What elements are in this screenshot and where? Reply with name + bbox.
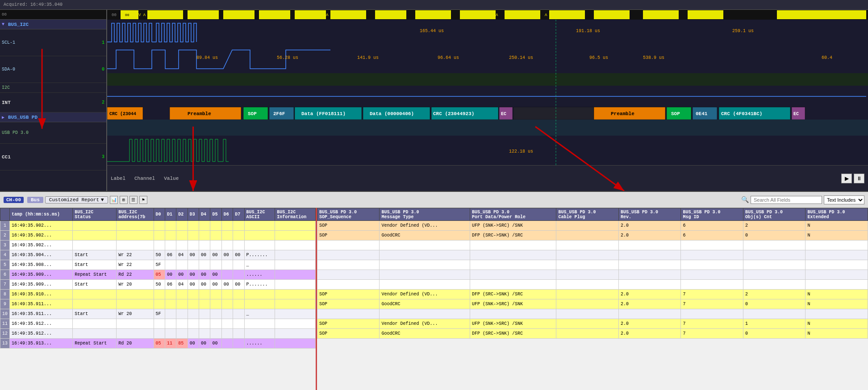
- i2c-table-row[interactable]: 516:49:35.908...StartWr 225F_: [0, 260, 316, 270]
- usbpd-table-row[interactable]: SOPVendor Defined (VD...UFP (SNK->SRC) /…: [317, 319, 868, 329]
- i2c-cell-7: [188, 241, 199, 250]
- i2c-cell-4: 5F: [154, 309, 165, 319]
- i2c-table-row[interactable]: 816:49:35.910...: [0, 290, 316, 299]
- cc1-value: 3: [102, 154, 104, 159]
- i2c-cell-7: [188, 309, 199, 319]
- i2c-cell-3: [117, 319, 154, 329]
- usbpd-cell-5: 7: [681, 290, 743, 299]
- svg-rect-23: [121, 10, 138, 19]
- i2c-cell-6: [176, 260, 188, 270]
- search-input[interactable]: [751, 196, 822, 204]
- row-number-cell: 10: [0, 309, 10, 319]
- i2c-cell-2: Start: [73, 280, 117, 290]
- col-rev: BUS_USB PD 3.0Rev.: [618, 208, 680, 221]
- play-button[interactable]: ▶: [841, 174, 852, 183]
- usbpd-cell-0: SOP: [317, 221, 380, 231]
- sda-value: 0: [102, 67, 104, 72]
- usbpd-table-row[interactable]: SOPGoodCRCDFP (SRC->SNK) /SRC2.070N: [317, 329, 868, 339]
- i2c-table-row[interactable]: 416:49:35.904...StartWr 2250060400000000…: [0, 250, 316, 260]
- i2c-table-row[interactable]: 1116:49:35.912...: [0, 319, 316, 329]
- i2c-cell-10: [221, 329, 233, 339]
- table-icon-button[interactable]: ⊞: [120, 196, 128, 204]
- sda-channel: SDA-0 0: [0, 56, 106, 83]
- i2c-cell-11: [233, 231, 244, 241]
- i2c-cell-8: [199, 319, 210, 329]
- svg-text:00: 00: [112, 13, 117, 17]
- i2c-table-row[interactable]: 116:49:35.902...: [0, 221, 316, 231]
- collapse-icon[interactable]: ▼: [2, 22, 4, 27]
- usbpd-cell-2: [470, 241, 556, 250]
- usbpd-cell-1: [380, 260, 470, 270]
- svg-rect-29: [295, 10, 326, 19]
- i2c-cell-8: 00: [199, 250, 210, 260]
- svg-text:250.14 us: 250.14 us: [509, 55, 533, 60]
- svg-rect-40: [107, 20, 868, 46]
- usbpd-cell-2: [470, 260, 556, 270]
- usbpd-cell-0: [317, 280, 380, 290]
- i2c-table-row[interactable]: 216:49:35.902...: [0, 231, 316, 241]
- usbpd-cell-4: 2.0: [618, 290, 680, 299]
- i2c-cell-9: 00: [210, 250, 221, 260]
- i2c-table-row[interactable]: 1316:49:35.913...Repeat StartRd 20051185…: [0, 339, 316, 349]
- col-timestamp: tamp (hh:mm:ss.ms): [10, 208, 73, 221]
- acquisition-time: Acquired: 16:49:35.040: [4, 2, 63, 7]
- i2c-cell-8: 00: [199, 280, 210, 290]
- usbpd-cell-1: GoodCRC: [380, 299, 470, 309]
- i2c-table-row[interactable]: 616:49:35.909...Repeat StartRd 220500000…: [0, 270, 316, 280]
- i2c-cell-1: 16:49:35.909...: [10, 280, 73, 290]
- i2c-table-row[interactable]: 716:49:35.909...StartWr 2050060400000000…: [0, 280, 316, 290]
- usbpd-cell-3: [556, 309, 618, 319]
- i2c-cell-3: [117, 241, 154, 250]
- usbpd-table-row[interactable]: SOPVendor Defined (VD...UFP (SNK->SRC) /…: [317, 221, 868, 231]
- usbpd-table-row[interactable]: [317, 241, 868, 250]
- i2c-table-row[interactable]: 1016:49:35.911...StartWr 205F_: [0, 309, 316, 319]
- usbpd-cell-2: [470, 309, 556, 319]
- i2c-cell-13: [275, 280, 316, 290]
- i2c-cell-6: [176, 290, 188, 299]
- bus-i2c-label: BUS_I2C: [8, 22, 29, 27]
- usbpd-table-row[interactable]: [317, 250, 868, 260]
- svg-rect-25: [147, 10, 183, 19]
- i2c-cell-9: 00: [210, 270, 221, 280]
- bar-chart-button[interactable]: 📊: [110, 196, 118, 204]
- usbpd-cell-5: [681, 309, 743, 319]
- i2c-cell-1: 16:49:35.902...: [10, 221, 73, 231]
- usbpd-table-row[interactable]: [317, 280, 868, 290]
- col-i2c-status: BUS_I2CStatus: [73, 208, 117, 221]
- flag-icon-button[interactable]: ⚑: [139, 196, 147, 204]
- search-type-select[interactable]: Text Includes: [824, 195, 864, 204]
- usbpd-cell-6: [743, 270, 805, 280]
- i2c-table-row[interactable]: 316:49:35.902...: [0, 241, 316, 250]
- i2c-cell-8: 00: [199, 339, 210, 349]
- svg-text:0E41: 0E41: [696, 111, 708, 116]
- i2c-cell-11: [233, 290, 244, 299]
- usbpd-table-row[interactable]: SOPVendor Defined (VD...DFP (SRC->SNK) /…: [317, 290, 868, 299]
- ch-badge[interactable]: CH-00: [4, 197, 24, 203]
- pause-button[interactable]: ⏸: [854, 174, 864, 183]
- svg-text:141.9 us: 141.9 us: [357, 55, 379, 60]
- list-icon-button[interactable]: ☰: [129, 196, 138, 204]
- row-number-cell: 4: [0, 250, 10, 260]
- usbpd-table-row[interactable]: [317, 309, 868, 319]
- int-channel: INT 2: [0, 93, 106, 112]
- usbpd-table-row[interactable]: SOPGoodCRCUFP (SNK->SRC) /SNK2.070N: [317, 299, 868, 309]
- bus-i2c-header: ▼ BUS_I2C: [0, 20, 106, 29]
- i2c-table-row[interactable]: 916:49:35.911...: [0, 299, 316, 309]
- report-dropdown[interactable]: Customized Report ▼: [45, 196, 108, 203]
- usbpd-cell-4: [618, 280, 680, 290]
- bus-tab[interactable]: Bus: [27, 197, 43, 203]
- usbpd-cell-4: 2.0: [618, 319, 680, 329]
- col-info: BUS_I2CInformation: [275, 208, 316, 221]
- i2c-table-row[interactable]: 1216:49:35.912...: [0, 329, 316, 339]
- usbpd-collapse-icon[interactable]: ▶: [2, 115, 4, 120]
- usbpd-table-row[interactable]: [317, 270, 868, 280]
- svg-text:191.18 us: 191.18 us: [576, 29, 600, 33]
- usbpd-cell-1: [380, 250, 470, 260]
- usbpd-cell-3: [556, 270, 618, 280]
- usbpd-table-row[interactable]: [317, 260, 868, 270]
- usbpd-table-row[interactable]: SOPGoodCRCDFP (SRC->SNK) /SRC2.060N: [317, 231, 868, 241]
- int-label: INT: [2, 100, 11, 105]
- usbpd-cell-4: [618, 270, 680, 280]
- i2c-cell-12: [244, 231, 275, 241]
- i2c-cell-9: [210, 309, 221, 319]
